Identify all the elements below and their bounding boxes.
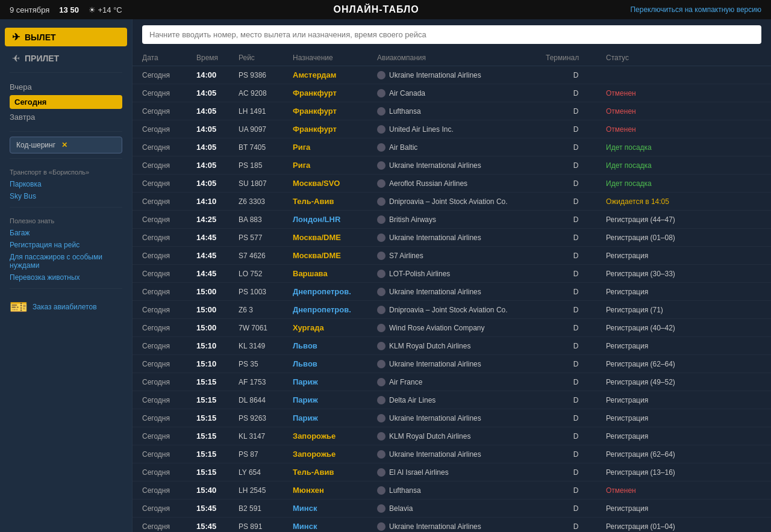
cell-destination: Тель-Авив — [293, 468, 377, 477]
cell-flight: DL 8644 — [239, 396, 293, 404]
cell-status: Идет посадка — [606, 161, 761, 170]
table-row: Сегодня 15:45 B2 591 Минск Belavia D Рег… — [133, 500, 771, 518]
date-today[interactable]: Сегодня — [10, 95, 122, 109]
cell-flight: BT 7405 — [239, 143, 293, 152]
cell-date: Сегодня — [142, 71, 196, 79]
cell-flight: PS 9386 — [239, 71, 293, 79]
cell-date: Сегодня — [142, 342, 196, 350]
cell-flight: AC 9208 — [239, 89, 293, 97]
cell-status: Регистрация (71) — [606, 306, 761, 314]
cell-time: 15:15 — [196, 377, 239, 386]
cell-terminal: D — [546, 486, 606, 495]
cell-status: Отменен — [606, 125, 761, 134]
cell-status: Регистрация (62–64) — [606, 450, 761, 459]
cell-time: 15:00 — [196, 323, 239, 332]
table-row: Сегодня 14:05 PS 185 Рига Ukraine Intern… — [133, 156, 771, 175]
divider-4 — [10, 207, 122, 208]
cell-status: Ожидается в 14:05 — [606, 197, 761, 206]
cell-airline: El Al Israel Airlines — [377, 468, 546, 477]
cell-status: Регистрация — [606, 288, 761, 296]
cell-terminal: D — [546, 288, 606, 296]
cell-destination: Львов — [293, 341, 377, 350]
cell-status: Регистрация (62–64) — [606, 360, 761, 368]
ticket-label: Заказ авиабилетов — [33, 303, 97, 311]
cell-date: Сегодня — [142, 324, 196, 332]
departure-button[interactable]: ✈ ВЫЛЕТ — [5, 28, 127, 46]
sidebar: ✈ ВЫЛЕТ ✈ ПРИЛЕТ Вчера Сегодня Завтра Ко… — [0, 19, 133, 532]
cell-status: Регистрация — [606, 414, 761, 422]
airline-logo — [377, 360, 386, 368]
table-row: Сегодня 14:05 UA 9097 Франкфурт United A… — [133, 120, 771, 138]
date-tomorrow[interactable]: Завтра — [10, 110, 122, 124]
cell-flight: PS 35 — [239, 360, 293, 368]
airline-logo — [377, 161, 386, 170]
cell-airline: Dniproavia – Joint Stock Aviation Co. — [377, 306, 546, 314]
cell-date: Сегодня — [142, 143, 196, 152]
table-row: Сегодня 14:25 BA 883 Лондон/LHR British … — [133, 211, 771, 229]
airline-logo — [377, 179, 386, 188]
cell-destination: Рига — [293, 143, 377, 152]
cell-terminal: D — [546, 197, 606, 206]
cell-flight: Z6 3303 — [239, 197, 293, 206]
cell-date: Сегодня — [142, 504, 196, 513]
cell-airline: Delta Air Lines — [377, 396, 546, 404]
cell-destination: Днепропетров. — [293, 287, 377, 296]
table-row: Сегодня 15:10 KL 3149 Львов KLM Royal Du… — [133, 337, 771, 355]
cell-airline: Ukraine International Airlines — [377, 450, 546, 459]
airline-logo — [377, 125, 386, 134]
cell-date: Сегодня — [142, 288, 196, 296]
cell-airline: KLM Royal Dutch Airlines — [377, 342, 546, 350]
col-dest: Назначение — [293, 54, 377, 62]
topbar-weather: ☀ +14 °С — [89, 5, 122, 14]
cell-time: 14:10 — [196, 197, 239, 206]
cell-date: Сегодня — [142, 125, 196, 134]
cell-status: Отменен — [606, 486, 761, 495]
codeshare-close-icon[interactable]: ✕ — [61, 141, 67, 149]
cell-terminal: D — [546, 324, 606, 332]
airline-logo — [377, 450, 386, 459]
table-row: Сегодня 15:15 PS 9263 Париж Ukraine Inte… — [133, 409, 771, 427]
cell-time: 14:05 — [196, 125, 239, 134]
cell-flight: SU 1807 — [239, 179, 293, 188]
col-date: Дата — [142, 54, 196, 62]
special-needs-link[interactable]: Для пассажиров с особыми нуждами — [0, 251, 132, 271]
pets-link[interactable]: Перевозка животных — [0, 271, 132, 283]
parking-link[interactable]: Парковка — [0, 178, 132, 190]
codeshare-button[interactable]: Код-шеринг ✕ — [10, 137, 122, 153]
table-row: Сегодня 14:05 BT 7405 Рига Air Baltic D … — [133, 138, 771, 156]
arrival-label: ПРИЛЕТ — [25, 54, 59, 63]
departure-icon: ✈ — [12, 31, 20, 43]
table-row: Сегодня 14:45 S7 4626 Москва/DME S7 Airl… — [133, 247, 771, 265]
table-row: Сегодня 15:15 PS 87 Запорожье Ukraine In… — [133, 445, 771, 463]
cell-terminal: D — [546, 270, 606, 278]
cell-date: Сегодня — [142, 306, 196, 314]
date-yesterday[interactable]: Вчера — [10, 80, 122, 94]
cell-airline: S7 Airlines — [377, 252, 546, 260]
cell-destination: Москва/DME — [293, 233, 377, 242]
cell-airline: British Airways — [377, 215, 546, 224]
cell-destination: Запорожье — [293, 431, 377, 441]
cell-status: Регистрация — [606, 396, 761, 404]
cell-destination: Львов — [293, 359, 377, 368]
cell-flight: B2 591 — [239, 504, 293, 513]
cell-terminal: D — [546, 215, 606, 224]
departure-label: ВЫЛЕТ — [25, 32, 56, 42]
checkin-link[interactable]: Регистрация на рейс — [0, 239, 132, 251]
cell-status: Регистрация — [606, 504, 761, 513]
ticket-order-button[interactable]: 🎫 Заказ авиабилетов — [0, 294, 132, 320]
cell-airline: Dniproavia – Joint Stock Aviation Co. — [377, 197, 546, 206]
cell-destination: Москва/DME — [293, 251, 377, 260]
cell-terminal: D — [546, 432, 606, 441]
baggage-link[interactable]: Багаж — [0, 227, 132, 239]
cell-airline: Air France — [377, 378, 546, 386]
cell-airline: Ukraine International Airlines — [377, 234, 546, 242]
skybus-link[interactable]: Sky Bus — [0, 190, 132, 202]
search-input[interactable] — [142, 25, 761, 44]
compact-version-link[interactable]: Переключиться на компактную версию — [630, 5, 761, 14]
cell-flight: S7 4626 — [239, 252, 293, 260]
cell-time: 15:15 — [196, 413, 239, 422]
cell-date: Сегодня — [142, 450, 196, 459]
cell-terminal: D — [546, 125, 606, 134]
arrival-button[interactable]: ✈ ПРИЛЕТ — [5, 49, 127, 67]
cell-destination: Варшава — [293, 269, 377, 278]
